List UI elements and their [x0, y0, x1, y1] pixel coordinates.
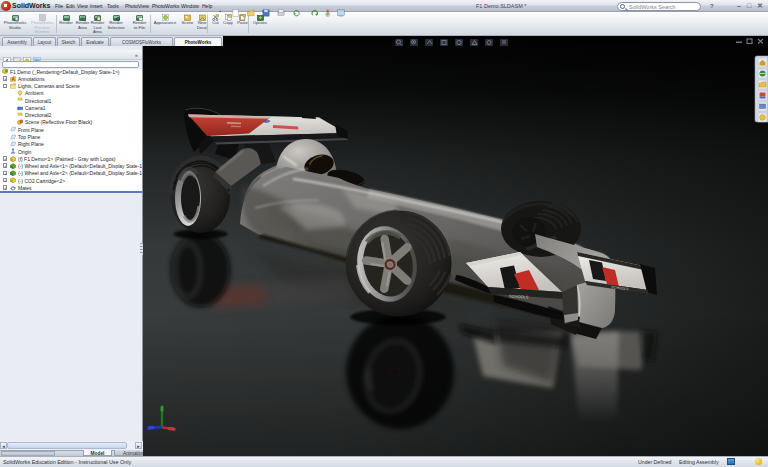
svg-text:SCHOOLS: SCHOOLS — [509, 294, 529, 300]
